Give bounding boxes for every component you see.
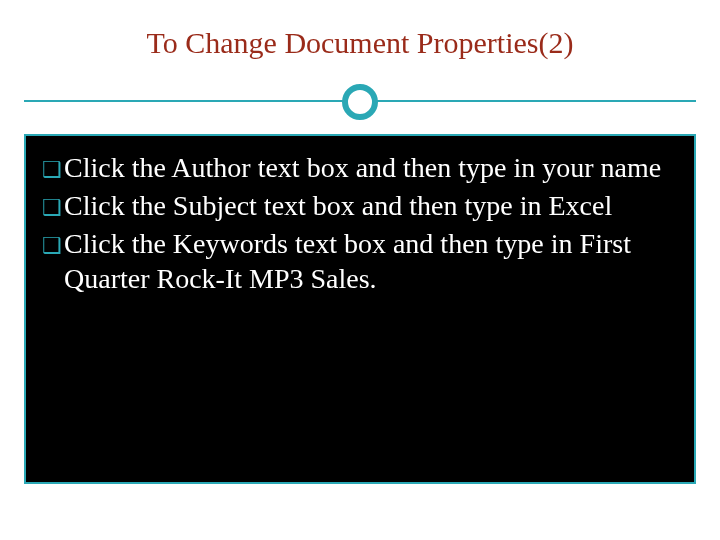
bullet-text: Click the Subject text box and then type… [64, 188, 678, 224]
list-item: ❑ Click the Subject text box and then ty… [42, 188, 678, 224]
bullet-text: Click the Keywords text box and then typ… [64, 226, 678, 298]
square-bullet-icon: ❑ [42, 232, 62, 260]
square-bullet-icon: ❑ [42, 156, 62, 184]
slide: To Change Document Properties(2) ❑ Click… [0, 0, 720, 540]
page-title: To Change Document Properties(2) [24, 26, 696, 60]
divider-circle-icon [342, 84, 378, 120]
square-bullet-icon: ❑ [42, 194, 62, 222]
list-item: ❑ Click the Author text box and then typ… [42, 150, 678, 186]
content-panel: ❑ Click the Author text box and then typ… [24, 134, 696, 484]
list-item: ❑ Click the Keywords text box and then t… [42, 226, 678, 298]
title-divider [24, 78, 696, 126]
bullet-text: Click the Author text box and then type … [64, 150, 678, 186]
